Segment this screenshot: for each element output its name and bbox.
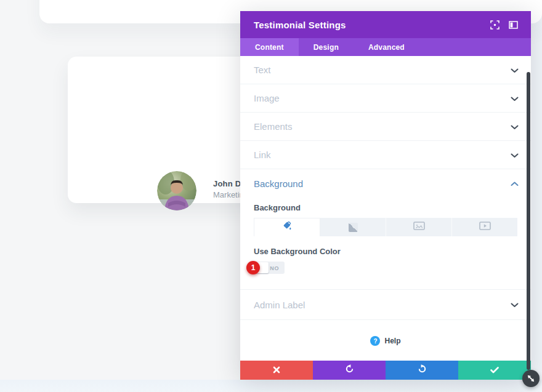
help-label: Help bbox=[384, 337, 400, 345]
visual-builder-page: John Doe Marketing Director, ABZ Testimo… bbox=[0, 0, 542, 392]
modal-title: Testimonial Settings bbox=[254, 20, 485, 30]
focus-crosshair-icon[interactable] bbox=[485, 15, 504, 34]
chevron-down-icon bbox=[511, 93, 519, 104]
accordion-link[interactable]: Link bbox=[240, 141, 531, 169]
testimonial-avatar bbox=[157, 171, 196, 210]
background-type-video[interactable] bbox=[452, 218, 517, 236]
modal-tab-bar: Content Design Advanced bbox=[240, 38, 531, 56]
page-right-gutter bbox=[531, 0, 542, 392]
tab-content[interactable]: Content bbox=[240, 38, 299, 56]
page-bottom-gutter bbox=[0, 380, 542, 392]
accordion-label: Admin Label bbox=[254, 300, 305, 310]
accordion-background[interactable]: Background bbox=[240, 169, 531, 198]
video-icon bbox=[479, 222, 491, 233]
accordion-label: Image bbox=[254, 93, 280, 103]
chevron-down-icon bbox=[511, 299, 519, 310]
chevron-up-icon bbox=[511, 178, 519, 189]
modal-scrollbar-thumb[interactable] bbox=[527, 72, 530, 370]
change-count-badge: 1 bbox=[246, 261, 260, 274]
background-field-label: Background bbox=[254, 203, 517, 212]
background-type-tabs bbox=[254, 218, 517, 236]
accordion-text[interactable]: Text bbox=[240, 56, 531, 84]
tab-design[interactable]: Design bbox=[299, 38, 354, 56]
modal-header: Testimonial Settings bbox=[240, 11, 531, 38]
dock-panel-icon[interactable] bbox=[504, 15, 522, 34]
image-icon bbox=[413, 222, 425, 233]
modal-footer bbox=[240, 361, 531, 380]
undo-button[interactable] bbox=[313, 361, 386, 380]
redo-arrow-icon bbox=[418, 364, 427, 376]
accordion-label: Link bbox=[254, 150, 271, 160]
question-mark-icon: ? bbox=[370, 336, 380, 346]
accordion-label: Elements bbox=[254, 121, 293, 132]
checkmark-icon bbox=[490, 365, 499, 376]
chevron-down-icon bbox=[511, 150, 519, 161]
diagonal-resize-icon[interactable] bbox=[522, 370, 540, 387]
testimonial-settings-modal: Testimonial Settings Content Des bbox=[240, 11, 531, 380]
undo-arrow-icon bbox=[345, 364, 354, 376]
paint-bucket-icon bbox=[282, 221, 293, 234]
help-link[interactable]: ? Help bbox=[240, 320, 531, 361]
accordion-admin-label[interactable]: Admin Label bbox=[240, 289, 531, 320]
use-background-color-label: Use Background Color bbox=[254, 247, 517, 256]
modal-body: Text Image Elements Link bbox=[240, 56, 531, 361]
save-button[interactable] bbox=[458, 361, 531, 380]
spacer bbox=[254, 274, 517, 289]
close-x-icon bbox=[273, 365, 280, 376]
background-section-content: Background bbox=[240, 203, 531, 289]
chevron-down-icon bbox=[511, 65, 519, 76]
accordion-label: Text bbox=[254, 65, 271, 75]
toggle-state-label: NO bbox=[270, 265, 279, 271]
accordion-label: Background bbox=[254, 178, 303, 189]
accordion-elements[interactable]: Elements bbox=[240, 113, 531, 141]
background-type-gradient[interactable] bbox=[320, 218, 386, 236]
chevron-down-icon bbox=[511, 121, 519, 132]
use-background-color-toggle-wrap: 1 NO bbox=[254, 262, 285, 274]
background-type-color[interactable] bbox=[254, 218, 320, 236]
gradient-icon bbox=[349, 223, 358, 232]
discard-button[interactable] bbox=[240, 361, 313, 380]
tab-advanced[interactable]: Advanced bbox=[354, 38, 419, 56]
background-type-image[interactable] bbox=[386, 218, 452, 236]
redo-button[interactable] bbox=[386, 361, 458, 380]
accordion-image[interactable]: Image bbox=[240, 84, 531, 113]
